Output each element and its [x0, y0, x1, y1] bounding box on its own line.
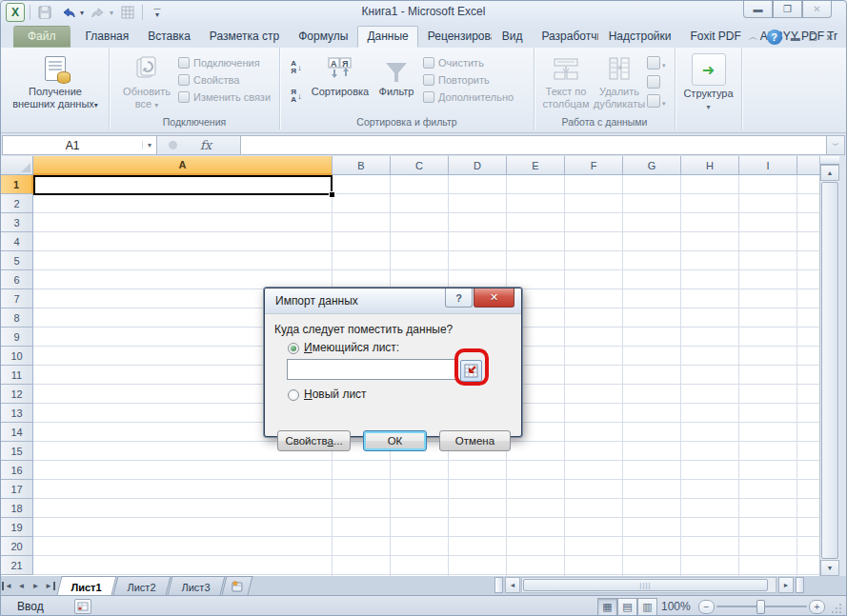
scroll-right-icon[interactable]: ► [778, 577, 794, 593]
cell-selection-A1[interactable] [33, 175, 333, 195]
grid-cells[interactable] [33, 461, 819, 480]
close-workbook-icon[interactable]: ✕ [826, 32, 834, 43]
zoom-slider-thumb[interactable] [756, 600, 765, 614]
row-header[interactable]: 13 [1, 404, 33, 423]
horizontal-scrollbar[interactable]: |||| [521, 577, 776, 593]
collapse-ribbon-icon[interactable]: ︿ [749, 30, 758, 44]
column-header[interactable]: D [449, 156, 507, 175]
row-header[interactable]: 15 [1, 442, 33, 461]
ribbon-tab[interactable]: Главная [76, 26, 139, 48]
row-header[interactable]: 10 [1, 347, 33, 366]
grid-cells[interactable] [33, 518, 819, 537]
row-header[interactable]: 5 [1, 251, 33, 270]
normal-view-icon[interactable]: ▦ [597, 598, 617, 616]
ribbon-tab[interactable]: Разработчик [532, 26, 598, 48]
row-header[interactable]: 16 [1, 461, 33, 480]
sort-descending-icon[interactable]: ЯА↓ [284, 83, 309, 109]
radio-new-sheet[interactable] [288, 389, 299, 401]
row-header[interactable]: 17 [1, 480, 33, 499]
scrollbar-thumb[interactable]: |||| [523, 579, 768, 591]
grid-cells[interactable] [33, 213, 819, 232]
properties-button[interactable]: Свойства... [277, 430, 351, 451]
ribbon-tab[interactable]: Вид [493, 26, 533, 48]
scroll-up-icon[interactable]: ▲ [820, 165, 839, 181]
sheet-tab[interactable]: Лист2 [113, 576, 171, 595]
grid-cells[interactable] [33, 480, 819, 499]
vertical-scrollbar[interactable]: ▲ ▼ [819, 156, 839, 576]
scrollbar-thumb[interactable] [821, 182, 838, 559]
row-header[interactable]: 20 [1, 537, 33, 556]
sheet-tab[interactable]: Лист1 [57, 576, 117, 595]
row-header[interactable]: 18 [1, 499, 33, 518]
column-header[interactable]: F [565, 156, 623, 175]
formula-input[interactable] [241, 135, 827, 155]
first-sheet-icon[interactable]: ◄ [0, 576, 14, 595]
row-header[interactable]: 8 [1, 308, 33, 328]
get-external-data-button[interactable]: Получение внешних данных [2, 53, 109, 111]
page-break-view-icon[interactable]: ▥ [637, 598, 657, 616]
dialog-close-button[interactable]: ✕ [474, 288, 514, 308]
zoom-level[interactable]: 100% [661, 600, 691, 613]
zoom-out-icon[interactable]: − [698, 600, 715, 614]
grid-cells[interactable] [33, 194, 819, 213]
fill-handle[interactable] [329, 191, 335, 198]
ok-button[interactable]: ОК [363, 430, 427, 451]
grid-cells[interactable] [33, 270, 819, 289]
scroll-down-icon[interactable]: ▼ [820, 560, 839, 576]
column-header[interactable]: G [623, 156, 681, 175]
restore-workbook-icon[interactable]: ❐ [809, 32, 817, 43]
split-handle[interactable] [820, 156, 839, 165]
expand-formula-bar-icon[interactable]: ﹀ [827, 135, 845, 155]
column-header[interactable]: B [333, 156, 391, 175]
ribbon-tab[interactable]: Надстройки [599, 26, 681, 48]
column-header[interactable]: I [739, 156, 797, 175]
scroll-left-icon[interactable]: ◄ [505, 577, 520, 593]
row-header[interactable]: 6 [1, 270, 33, 289]
ribbon-tab[interactable]: Foxit PDF [681, 26, 751, 48]
close-window-icon[interactable]: ✕ [802, 0, 832, 18]
grid-cells[interactable] [33, 232, 819, 251]
dialog-title-bar[interactable]: Импорт данных ? ✕ [265, 288, 521, 314]
column-header[interactable]: A [33, 156, 333, 175]
ribbon-tab[interactable]: Разметка стр [200, 26, 289, 48]
insert-function-icon[interactable]: fx [200, 138, 212, 152]
ribbon-tab[interactable]: Рецензирование [418, 26, 493, 48]
column-header[interactable]: C [391, 156, 449, 175]
ribbon-tab[interactable]: Формулы [289, 26, 357, 48]
zoom-in-icon[interactable]: + [809, 600, 825, 614]
column-header[interactable]: E [507, 156, 565, 175]
row-header[interactable]: 1 [1, 175, 33, 194]
range-input[interactable] [287, 359, 457, 380]
sheet-tab[interactable]: Лист3 [168, 576, 226, 595]
last-sheet-icon[interactable]: ► [43, 576, 57, 595]
filter-button[interactable]: Фильтр [373, 53, 419, 98]
name-box-dropdown-icon[interactable]: ▾ [142, 141, 156, 149]
help-icon[interactable]: ? [767, 30, 782, 45]
row-header[interactable]: 14 [1, 423, 33, 442]
row-header[interactable]: 12 [1, 385, 33, 404]
name-box[interactable]: A1 ▾ [2, 135, 157, 155]
column-header[interactable]: H [681, 156, 739, 175]
grid-cells[interactable] [33, 556, 819, 575]
ribbon-tab[interactable]: Данные [357, 26, 417, 48]
row-header[interactable]: 9 [1, 328, 33, 347]
sort-button[interactable]: АЯ Сортировка [311, 53, 370, 98]
macro-record-icon[interactable] [74, 599, 91, 614]
page-layout-view-icon[interactable]: ▤ [617, 598, 637, 616]
resize-grip[interactable] [831, 602, 843, 614]
ribbon-tab[interactable]: Вставка [138, 26, 200, 48]
grid-cells[interactable] [33, 499, 819, 518]
next-sheet-icon[interactable]: ► [29, 576, 43, 595]
ribbon-tab[interactable]: Файл [13, 26, 71, 48]
row-header[interactable]: 21 [1, 556, 33, 575]
dialog-help-button[interactable]: ? [445, 288, 473, 308]
minimize-window-icon[interactable]: ▬ [743, 0, 773, 18]
cancel-button[interactable]: Отмена [439, 430, 511, 451]
grid-cells[interactable] [33, 251, 819, 270]
row-header[interactable]: 2 [1, 194, 33, 213]
split-handle[interactable] [796, 577, 804, 593]
row-header[interactable]: 4 [1, 232, 33, 251]
row-header[interactable]: 7 [1, 289, 33, 308]
minimize-workbook-icon[interactable]: ▬ [791, 32, 800, 43]
insert-worksheet-icon[interactable] [222, 576, 253, 595]
